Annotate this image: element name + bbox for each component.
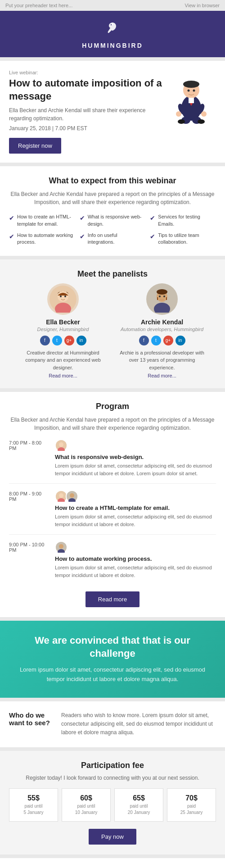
archie-twitter-icon[interactable]: t <box>151 336 161 345</box>
archie-social-icons: f t g+ in <box>117 336 207 345</box>
svg-point-25 <box>159 295 161 297</box>
pay-now-button[interactable]: Pay now <box>89 829 136 845</box>
svg-point-26 <box>163 295 165 297</box>
register-button[interactable]: Register now <box>9 138 61 154</box>
hummingbird-icon <box>104 19 122 40</box>
panelists-row: Ella Becker Designer, Hummingbird f t g+… <box>9 283 216 379</box>
fee-label-3: paid until20 January <box>117 803 160 816</box>
svg-point-15 <box>193 90 195 92</box>
who-section: Who do we want to see? Readers who wish … <box>0 701 225 747</box>
program-avatars-3 <box>55 541 216 554</box>
feature-text-0: How to create an HTML-template for email… <box>17 214 75 227</box>
program-desc-1: Lorem ipsum dolor sit amet, consectetur … <box>55 462 216 477</box>
read-more-button[interactable]: Read more <box>86 591 140 607</box>
expect-section: What to expect from this webinar Ella Be… <box>0 166 225 256</box>
program-desc-3: Lorem ipsum dolor sit amet, consectetur … <box>55 564 216 579</box>
fee-amount-3: 65$ <box>117 794 160 802</box>
preheader: Put your preheader text here... View in … <box>0 0 225 11</box>
panelist-ella: Ella Becker Designer, Hummingbird f t g+… <box>18 283 108 379</box>
hero-description: Ella Becker and Archie Kendal will share… <box>9 106 162 123</box>
fee-amount-1: 55$ <box>12 794 55 802</box>
fee-section: Participation fee Register today! I look… <box>0 751 225 854</box>
ella-social-icons: f t g+ in <box>18 336 108 345</box>
hero-image <box>166 70 216 124</box>
program-content-2: How to create a HTML-template for email.… <box>55 490 216 528</box>
feature-text-1: What is responsive web-design. <box>88 214 146 227</box>
feature-item-5: ✔Tips to utilize team collaboration. <box>150 232 216 246</box>
svg-rect-5 <box>189 98 194 103</box>
svg-point-34 <box>70 493 74 498</box>
features-grid: ✔How to create an HTML-template for emai… <box>9 214 216 246</box>
svg-point-8 <box>176 111 181 117</box>
check-icon-4: ✔ <box>80 232 85 241</box>
challenge-title: We are convinced that that is our challe… <box>14 634 212 660</box>
ella-linkedin-icon[interactable]: in <box>76 336 86 345</box>
feature-text-5: Tips to utilize team collaboration. <box>158 232 216 246</box>
ella-googleplus-icon[interactable]: g+ <box>64 336 74 345</box>
check-icon-5: ✔ <box>150 232 155 241</box>
svg-point-0 <box>111 24 112 25</box>
hero-date: January 25, 2018 | 7.00 PM EST <box>9 125 162 132</box>
svg-point-20 <box>64 295 66 297</box>
fee-option-4: 70$ paid25 January <box>167 788 216 822</box>
panelists-title: Meet the panelists <box>9 269 216 279</box>
fee-amount-4: 70$ <box>170 794 213 802</box>
feature-text-4: Info on useful integrations. <box>88 232 146 246</box>
feature-item-0: ✔How to create an HTML-template for emai… <box>9 214 75 227</box>
attend-section: Will you attend? Yes No <box>0 858 225 868</box>
svg-point-13 <box>198 119 205 124</box>
challenge-section: We are convinced that that is our challe… <box>0 621 225 698</box>
hero-section: Live webinar: How to automate imposition… <box>0 61 225 163</box>
program-item-1: 7:00 PM - 8:00 PM What is responsive web… <box>9 439 216 484</box>
svg-point-24 <box>157 289 167 295</box>
feature-text-3: How to automate working process. <box>17 232 75 246</box>
program-avatars-2 <box>55 490 216 503</box>
prog-avatar-archie-3 <box>55 541 68 554</box>
ella-description: Creative director at Hummingbird company… <box>18 349 108 372</box>
feature-item-4: ✔Info on useful integrations. <box>80 232 146 246</box>
ella-facebook-icon[interactable]: f <box>40 336 50 345</box>
email-header: HUMMINGBIRD <box>0 11 225 57</box>
feature-item-1: ✔What is responsive web-design. <box>80 214 146 227</box>
brand-name: HUMMINGBIRD <box>82 42 143 49</box>
ella-avatar <box>47 283 79 315</box>
feature-text-2: Services for testing Emails. <box>158 214 216 227</box>
who-description: Readers who wish to know more. Lorem ips… <box>61 711 216 737</box>
view-in-browser-link[interactable]: View in browser <box>185 3 220 8</box>
program-description: Ella Becker and Archie Kendal have prepa… <box>9 416 216 432</box>
fee-description: Register today! I look forward to connec… <box>9 775 216 781</box>
svg-point-14 <box>188 90 190 92</box>
archie-role: Automation developers, Hummingbird <box>117 327 207 332</box>
program-title-1: What is responsive web-design. <box>55 454 216 460</box>
ella-twitter-icon[interactable]: t <box>52 336 62 345</box>
fee-option-3: 65$ paid until20 January <box>114 788 163 822</box>
hero-title: How to automate imposition of a message <box>9 77 162 103</box>
program-content-3: How to automate working process. Lorem i… <box>55 541 216 579</box>
check-icon-0: ✔ <box>9 214 14 223</box>
panelists-section: Meet the panelists Ella Becker <box>0 259 225 389</box>
panelist-archie: Archie Kendal Automation developers, Hum… <box>117 283 207 379</box>
svg-point-12 <box>178 119 185 124</box>
fee-option-2: 60$ paid until10 January <box>62 788 111 822</box>
check-icon-2: ✔ <box>150 214 155 223</box>
svg-point-31 <box>59 493 63 498</box>
archie-name: Archie Kendal <box>117 318 207 326</box>
archie-avatar <box>146 283 178 315</box>
program-title-3: How to automate working process. <box>55 555 216 562</box>
archie-googleplus-icon[interactable]: g+ <box>163 336 173 345</box>
program-time-3: 9:00 PM - 10:00 PM <box>9 541 50 579</box>
svg-point-3 <box>183 81 199 88</box>
preheader-text: Put your preheader text here... <box>5 3 72 8</box>
program-content-1: What is responsive web-design. Lorem ips… <box>55 439 216 477</box>
archie-read-more-link[interactable]: Read more... <box>117 373 207 378</box>
fee-label-1: paid until5 January <box>12 803 55 816</box>
logo-container: HUMMINGBIRD <box>8 19 217 49</box>
fee-label-2: paid until10 January <box>65 803 108 816</box>
feature-item-3: ✔How to automate working process. <box>9 232 75 246</box>
archie-linkedin-icon[interactable]: in <box>176 336 185 345</box>
archie-facebook-icon[interactable]: f <box>139 336 149 345</box>
ella-read-more-link[interactable]: Read more... <box>18 373 108 378</box>
who-label: Who do we want to see? <box>9 711 54 727</box>
fee-option-1: 55$ paid until5 January <box>9 788 58 822</box>
expect-description: Ella Becker and Archie Kendal have prepa… <box>9 190 216 206</box>
